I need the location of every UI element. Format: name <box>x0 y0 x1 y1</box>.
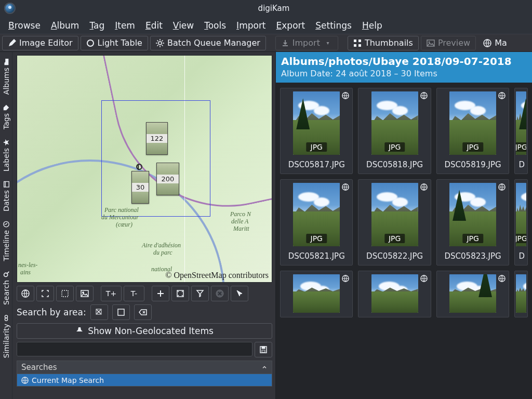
thumbnail-item[interactable]: JPGDSC05822.JPG <box>358 179 431 265</box>
mapbtn-clear[interactable] <box>211 286 229 301</box>
toolbar-image-editor[interactable]: Image Editor <box>2 36 78 50</box>
menu-settings[interactable]: Settings <box>310 18 357 33</box>
map-cluster[interactable]: 30 <box>131 171 149 204</box>
main-area: Albums Tags Labels Dates Timeline Search… <box>0 52 532 399</box>
thumbnail-item[interactable] <box>280 271 353 317</box>
thumbnail-image: JPG <box>293 183 340 246</box>
sidetab-labels[interactable]: Labels <box>1 136 11 175</box>
toolbar-preview[interactable]: Preview <box>421 36 476 50</box>
file-ext-badge: JPG <box>384 142 405 152</box>
mapbtn-fit[interactable] <box>171 286 189 301</box>
show-non-geolocated-button[interactable]: Show Non-Geolocated Items <box>17 323 272 339</box>
geotag-icon <box>342 274 349 282</box>
geotag-icon <box>420 274 428 282</box>
thumbnail-item[interactable]: JPGDSC05823.JPG <box>436 179 509 265</box>
fit-icon <box>176 289 184 298</box>
toolbar-thumbnails[interactable]: Thumbnails <box>348 36 419 50</box>
thumbnail-item[interactable] <box>358 271 431 317</box>
map-view[interactable]: 12220030 Parc nationaldu Mercantour(cœur… <box>17 55 272 283</box>
map-place-label: du parc <box>153 249 172 257</box>
searches-item-current[interactable]: Current Map Search <box>17 374 272 387</box>
menu-import[interactable]: Import <box>231 18 271 33</box>
thumbnail-image: JPG <box>449 91 496 155</box>
thumbnail-item[interactable] <box>514 271 528 317</box>
map-place-label: du Mercantour <box>101 214 139 221</box>
thumbnail-item[interactable]: JPGD <box>514 179 528 265</box>
globe-icon <box>21 289 30 298</box>
thumbnail-item[interactable]: JPGD <box>514 88 528 174</box>
sidetab-search[interactable]: Search <box>1 268 11 308</box>
mapbtn-pointer[interactable] <box>231 286 248 301</box>
map-cluster[interactable]: 200 <box>156 163 179 195</box>
map-toolbar: T+ T- <box>17 286 272 301</box>
album-header: Albums/photos/Ubaye 2018/09-07-2018 Albu… <box>276 52 532 83</box>
clock-icon <box>3 221 10 228</box>
searcharea-clear[interactable] <box>134 304 152 320</box>
menu-item[interactable]: Item <box>110 18 140 33</box>
image-icon <box>81 289 89 298</box>
sidetab-albums[interactable]: Albums <box>1 55 11 98</box>
mapbtn-pan[interactable] <box>152 286 169 301</box>
map-selection-rect[interactable] <box>101 100 210 217</box>
sidetab-similarity[interactable]: Similarity <box>1 311 11 361</box>
app-logo <box>4 3 16 14</box>
thumbnail-filename: DSC05817.JPG <box>288 160 345 169</box>
tag-icon <box>3 104 10 111</box>
thumbnail-item[interactable]: JPGDSC05818.JPG <box>358 88 431 174</box>
menu-browse[interactable]: Browse <box>3 18 46 33</box>
save-search-button[interactable] <box>255 342 272 357</box>
searcharea-poly-tool[interactable] <box>112 304 130 320</box>
file-ext-badge: JPG <box>307 234 327 243</box>
chevron-up-icon <box>261 364 268 370</box>
toolbar-light-table[interactable]: Light Table <box>81 36 148 50</box>
menu-album[interactable]: Album <box>46 18 85 33</box>
sidetab-timeline[interactable]: Timeline <box>1 218 11 264</box>
thumbnail-item[interactable]: JPGDSC05821.JPG <box>280 179 353 265</box>
left-side-tabs: Albums Tags Labels Dates Timeline Search… <box>0 52 12 399</box>
sidetab-dates[interactable]: Dates <box>1 178 11 215</box>
thumbnails-grid[interactable]: JPGDSC05817.JPGJPGDSC05818.JPGJPGDSC0581… <box>276 83 532 399</box>
thumbnail-item[interactable]: JPGDSC05819.JPG <box>436 88 509 174</box>
globe-icon <box>21 377 29 384</box>
mapbtn-text-smaller[interactable]: T- <box>124 286 144 301</box>
toolbar-bqm[interactable]: Batch Queue Manager <box>150 36 266 50</box>
search-name-input[interactable] <box>17 342 252 356</box>
thumbnail-filename: D <box>517 251 525 261</box>
backspace-icon <box>139 308 147 316</box>
geotag-icon <box>342 91 349 99</box>
similarity-icon <box>3 314 10 322</box>
mapbtn-text-larger[interactable]: T+ <box>101 286 122 301</box>
move-icon <box>156 289 165 298</box>
file-ext-badge: JPG <box>384 234 405 243</box>
thumbnail-image: JPG <box>293 91 340 155</box>
chevron-down-icon: ▾ <box>323 40 332 46</box>
menu-edit[interactable]: Edit <box>140 18 168 33</box>
mapbtn-image[interactable] <box>76 286 94 301</box>
corners-icon <box>41 289 49 298</box>
menu-tag[interactable]: Tag <box>84 18 110 33</box>
import-icon <box>281 39 289 47</box>
toolbar-map[interactable]: Ma <box>478 36 507 50</box>
mapbtn-globe[interactable] <box>17 286 34 301</box>
file-ext-badge: JPG <box>516 234 526 243</box>
menu-help[interactable]: Help <box>357 18 388 33</box>
geotag-icon <box>420 183 428 190</box>
thumbnail-image <box>449 274 496 313</box>
search-by-area-label: Search by area: <box>17 307 86 317</box>
searcharea-rect-tool[interactable] <box>90 304 108 320</box>
map-cluster[interactable]: 122 <box>146 122 168 155</box>
sidetab-tags[interactable]: Tags <box>1 101 11 132</box>
thumbnail-item[interactable] <box>436 271 509 317</box>
toolbar-import[interactable]: Import▾ <box>275 36 338 50</box>
dashed-square-icon <box>61 289 69 298</box>
mapbtn-fullscreen[interactable] <box>36 286 54 301</box>
searches-header[interactable]: Searches <box>17 361 272 374</box>
mapbtn-filter[interactable] <box>191 286 209 301</box>
thumbnail-item[interactable]: JPGDSC05817.JPG <box>280 88 353 174</box>
menu-tools[interactable]: Tools <box>199 18 231 33</box>
main-toolbar: Image Editor Light Table Batch Queue Man… <box>0 34 532 52</box>
map-place-label: Aire d'adhésion <box>142 242 181 249</box>
mapbtn-select[interactable] <box>56 286 74 301</box>
menu-export[interactable]: Export <box>271 18 311 33</box>
menu-view[interactable]: View <box>168 18 199 33</box>
